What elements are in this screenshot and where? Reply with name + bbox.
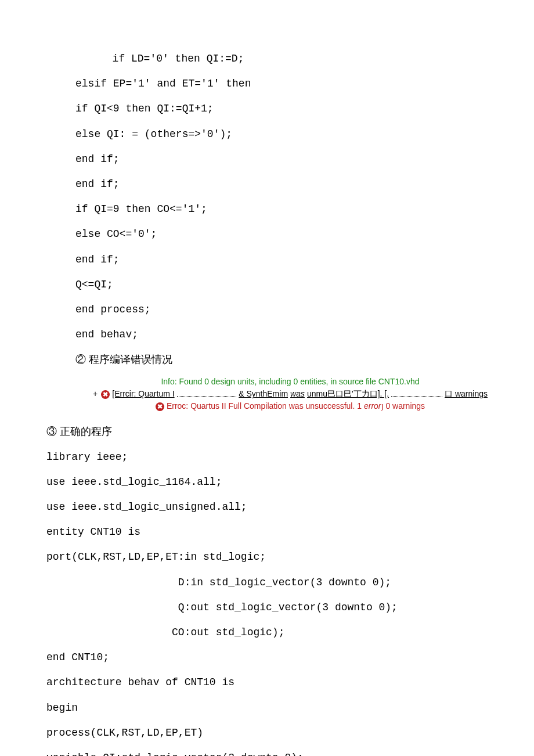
code-line: elsif EP='1' and ET='1' then bbox=[46, 71, 488, 96]
code-line: end CNT10; bbox=[46, 645, 488, 670]
code-block-1: if LD='0' then QI:=D; elsif EP='1' and E… bbox=[46, 46, 488, 347]
error-badge-icon: ✖ bbox=[101, 390, 110, 399]
error-text: & SynthEmim bbox=[239, 388, 288, 400]
code-line: end behav; bbox=[46, 322, 488, 347]
error-text: [Errcir: Quartum I bbox=[112, 388, 174, 400]
section-heading-errors: ② 程序编译错误情况 bbox=[46, 347, 488, 372]
section-heading-correct: ③ 正确的程序 bbox=[46, 419, 488, 444]
error-message-row: ✖ Erroc: Quartus II Full Compilation was… bbox=[93, 400, 488, 412]
compiler-messages-panel: Info: Found 0 design units, including 0 … bbox=[46, 376, 488, 412]
code-line: architecture behav of CNT10 is bbox=[46, 670, 488, 695]
code-line: if LD='0' then QI:=D; bbox=[46, 46, 488, 71]
code-line: else QI: = (others=>'0'); bbox=[46, 122, 488, 147]
error-text: Erroc: Quartus II Full Compilation was u… bbox=[167, 400, 425, 412]
code-line: Q<=QI; bbox=[46, 272, 488, 297]
info-message-row: Info: Found 0 design units, including 0 … bbox=[93, 376, 488, 388]
blank-fill bbox=[391, 388, 442, 397]
code-line: if QI<9 then QI:=QI+1; bbox=[46, 96, 488, 121]
error-text: unmu巳口巳'丁力口]. [. bbox=[307, 388, 389, 400]
code-block-2: library ieee; use ieee.std_logic_1164.al… bbox=[46, 445, 488, 756]
code-line: D:in std_logic_vector(3 downto 0); bbox=[46, 570, 488, 595]
code-line: else CO<='0'; bbox=[46, 222, 488, 247]
code-line: variable QI:std_logic_vector(3 downto 0)… bbox=[46, 746, 488, 756]
code-line: end process; bbox=[46, 297, 488, 322]
code-line: if QI=9 then CO<='1'; bbox=[46, 197, 488, 222]
code-line: end if; bbox=[46, 147, 488, 172]
error-text: 口 warnings bbox=[445, 388, 488, 400]
error-text: was bbox=[290, 388, 305, 400]
code-line: CO:out std_logic); bbox=[46, 620, 488, 645]
code-line: use ieee.std_logic_1164.all; bbox=[46, 470, 488, 495]
code-line: Q:out std_logic_vector(3 downto 0); bbox=[46, 595, 488, 620]
code-line: process(CLK,RST,LD,EP,ET) bbox=[46, 721, 488, 746]
error-badge-icon: ✖ bbox=[156, 402, 164, 411]
expand-icon[interactable]: + bbox=[93, 388, 99, 400]
code-line: end if; bbox=[46, 172, 488, 197]
code-line: end if; bbox=[46, 247, 488, 272]
info-message: Info: Found 0 design units, including 0 … bbox=[161, 376, 419, 388]
code-line: use ieee.std_logic_unsigned.all; bbox=[46, 495, 488, 520]
document-page: if LD='0' then QI:=D; elsif EP='1' and E… bbox=[0, 0, 534, 756]
code-line: entity CNT10 is bbox=[46, 520, 488, 545]
code-line: begin bbox=[46, 696, 488, 721]
blank-fill bbox=[177, 388, 237, 397]
code-line: port(CLK,RST,LD,EP,ET:in std_logic; bbox=[46, 545, 488, 570]
error-message-row: + ✖ [Errcir: Quartum I & SynthEmim was u… bbox=[93, 388, 488, 400]
code-line: library ieee; bbox=[46, 445, 488, 470]
